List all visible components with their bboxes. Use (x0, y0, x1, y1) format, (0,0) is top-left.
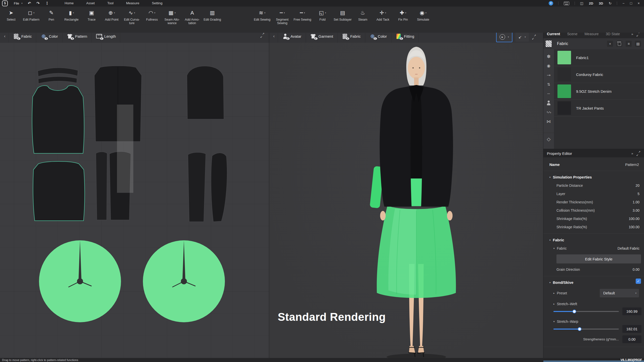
property-value[interactable]: 20 (635, 184, 639, 188)
property-value[interactable]: 100.00 (629, 225, 639, 229)
name-value[interactable]: Pattern2 (625, 163, 639, 167)
section-header[interactable]: ▾ Fabric (543, 236, 644, 244)
expand-panel-icon[interactable] (260, 33, 264, 37)
chevron-down-icon[interactable]: ▾ (264, 12, 266, 14)
menu-item[interactable]: Home (58, 0, 80, 7)
chevron-down-icon[interactable]: ▾ (33, 12, 34, 14)
toolbar-button[interactable]: ┉ ▾ Segment Sewing (272, 10, 292, 25)
property-value[interactable]: 1.00 (633, 200, 639, 204)
property-value[interactable]: 0.00 (633, 267, 639, 272)
more-menu-button[interactable]: ⋮ (43, 1, 52, 6)
chevron-down-icon[interactable]: ▾ (134, 12, 135, 14)
chevron-down-icon[interactable]: ▾ (73, 12, 74, 14)
menu-item[interactable]: Setting (146, 0, 169, 7)
stretch-warp-slider[interactable] (553, 329, 619, 330)
strip-icon[interactable] (543, 89, 554, 98)
bond-skive-checkbox[interactable]: ✓ (636, 279, 641, 284)
collapse-panel-icon[interactable]: ‹ (1, 34, 9, 39)
render-canvas[interactable]: Standard Rendering (269, 43, 543, 358)
toolbar-button[interactable]: ◱ ▾ Fold (312, 10, 333, 21)
toolbar-button[interactable]: ▮ ▾ Rectangle (61, 10, 82, 21)
strip-icon[interactable] (543, 70, 554, 80)
fabric-list-item[interactable]: 9.5OZ Stretch Denim (554, 83, 644, 100)
scene-3d-icon[interactable] (543, 133, 554, 145)
pattern-pieces[interactable] (0, 43, 269, 358)
chevron-down-icon[interactable]: ▾ (304, 12, 305, 14)
edit-fabric-style-button[interactable]: Edit Fabric Style (556, 254, 641, 263)
simulate-mode-button[interactable]: ▾ (496, 32, 513, 42)
expand-panel-icon[interactable] (636, 151, 640, 156)
split-view-icon[interactable]: ◫ (578, 1, 586, 5)
preset-dropdown[interactable]: Default ▾ (600, 289, 639, 297)
list-view-button[interactable]: ≡ (626, 41, 632, 47)
collapse-triangle-icon[interactable]: ▸ (553, 303, 555, 305)
view-2d-button[interactable]: 2D (587, 2, 595, 5)
fabric-list-item[interactable]: Fabric1 (554, 49, 644, 66)
chevron-down-icon[interactable]: ▾ (508, 36, 509, 38)
toolbar-button[interactable]: ◻ ▾ Edit Pattern (21, 10, 41, 21)
strip-icon[interactable] (543, 52, 554, 61)
section-header[interactable]: ▾ Simulation Properties (543, 173, 644, 181)
chevron-down-icon[interactable]: ▾ (175, 12, 176, 14)
grid-view-button[interactable]: ▤ (635, 41, 641, 47)
chevron-down-icon[interactable]: ▾ (525, 36, 526, 38)
strip-icon[interactable] (543, 98, 554, 108)
undo-button[interactable]: ↶ (25, 1, 34, 6)
slider-thumb[interactable] (578, 327, 582, 331)
toolbar-button[interactable]: A Add Anno- tation (182, 10, 202, 25)
delete-fabric-button[interactable] (616, 41, 622, 47)
fabric-value[interactable]: Default Fabric (618, 246, 639, 250)
strip-icon[interactable] (543, 108, 554, 117)
keyboard-shortcuts-icon[interactable] (564, 2, 569, 5)
toolbar-button[interactable]: ▤ Set Sublayer (333, 10, 353, 21)
fabric-list-item[interactable]: TR Jacket Pants (554, 100, 644, 117)
toolbar-button[interactable]: ▣ Trace (82, 10, 102, 21)
toolbar-button[interactable]: ◉ ▾ Simulate (413, 10, 433, 21)
collapse-triangle-icon[interactable]: ▾ (553, 247, 555, 250)
toolbar-button[interactable]: ✎ Pen (41, 10, 61, 21)
toolbar-button[interactable]: ⊕ ▾ Add Point (102, 10, 122, 21)
stretch-weft-slider[interactable] (553, 311, 619, 312)
collapse-triangle-icon[interactable]: ▾ (553, 320, 555, 323)
chevron-down-icon[interactable]: ▾ (385, 12, 386, 14)
property-value[interactable]: 100.00 (629, 217, 639, 221)
chevron-down-icon[interactable]: ▾ (425, 12, 427, 14)
expand-panel-icon[interactable] (532, 35, 536, 39)
slider-thumb[interactable] (573, 309, 576, 313)
strip-icon[interactable] (543, 80, 554, 89)
strip-icon[interactable] (543, 61, 554, 70)
property-value[interactable]: 5 (637, 192, 639, 196)
minimize-button[interactable]: − (620, 1, 627, 5)
menu-item[interactable]: Asset (80, 0, 101, 7)
add-fabric-button[interactable]: + (607, 41, 613, 47)
redo-button[interactable]: ↷ (34, 1, 43, 6)
strengtheness-value[interactable]: 0.00 (622, 335, 641, 343)
chevron-down-icon[interactable]: ▾ (405, 12, 407, 14)
toolbar-button[interactable]: ✚ ▾ Fix Pin (393, 10, 413, 21)
collapse-triangle-icon[interactable]: ▾ (549, 239, 551, 241)
collapse-panel-icon[interactable]: ‹ (270, 34, 278, 39)
fabric-list-item[interactable]: Corduroy Fabric (554, 66, 644, 83)
file-menu[interactable]: File ▾ (11, 2, 25, 5)
pattern-canvas[interactable] (0, 43, 269, 358)
toolbar-button[interactable]: ▦ ▾ Seam Allo- wance (162, 10, 182, 25)
collapse-triangle-icon[interactable]: ▸ (553, 292, 555, 294)
toolbar-button[interactable]: ▥ Edit Grading (202, 10, 222, 21)
property-value[interactable]: 3.00 (633, 208, 639, 212)
select-drag-button[interactable]: ↙ ▾ (515, 32, 529, 42)
chevron-down-icon[interactable]: ▾ (325, 12, 326, 14)
circle-skirt-pattern[interactable] (143, 240, 225, 322)
collapse-panel-icon[interactable]: » (631, 152, 633, 155)
toolbar-button[interactable]: ◠ ▾ Fullness (142, 10, 162, 21)
toolbar-button[interactable]: ✛ ▾ Add Tack (373, 10, 393, 21)
toolbar-button[interactable]: ♨ Steam (353, 10, 373, 21)
collapse-triangle-icon[interactable]: ▾ (549, 176, 551, 178)
user-avatar[interactable]: Y (549, 1, 553, 6)
section-header[interactable]: ▾ Bond/Skive (543, 278, 644, 287)
toolbar-button[interactable]: ∿ ▾ Edit Curva- ture (122, 10, 142, 25)
maximize-button[interactable]: □ (628, 1, 634, 5)
strip-icon[interactable] (543, 117, 554, 126)
close-button[interactable]: × (635, 1, 642, 5)
toolbar-button[interactable]: ➤ Select (1, 10, 21, 21)
stretch-weft-value[interactable]: 160.99 (622, 307, 641, 315)
